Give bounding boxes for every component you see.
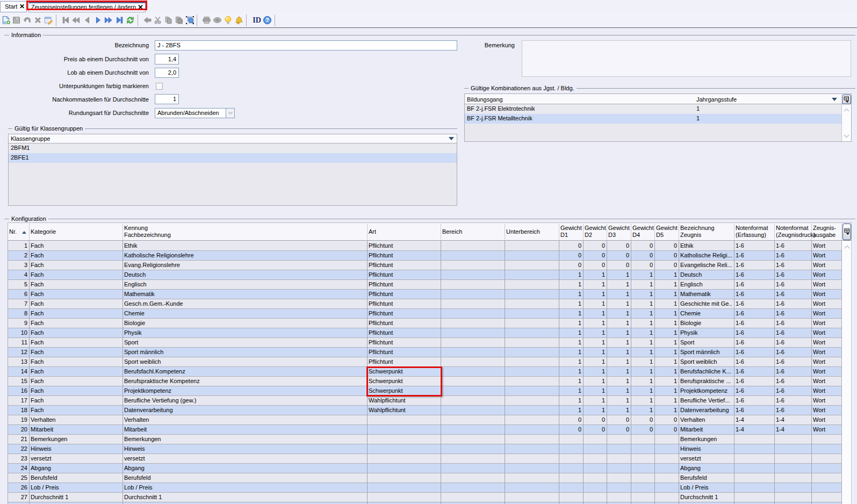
svg-text:?: ?	[265, 17, 269, 23]
